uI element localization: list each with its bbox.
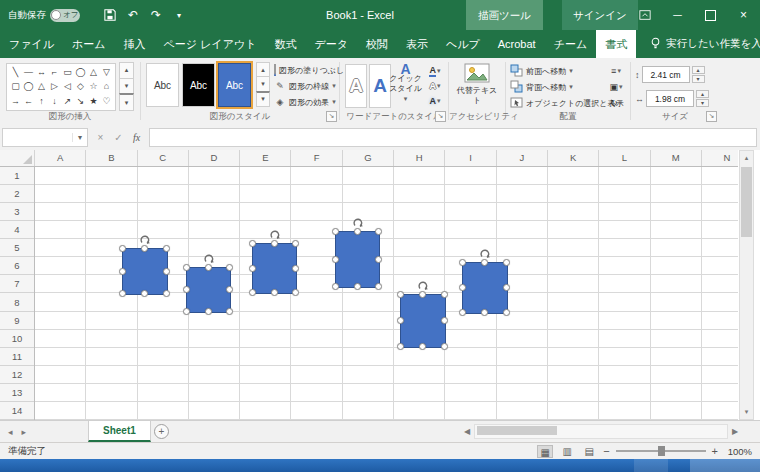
text-outline-button[interactable]: A ▾ [425,78,445,93]
selection-handle[interactable] [332,256,339,263]
shape-gallery-icon[interactable]: ▭ [62,66,73,79]
shape-gallery-icon[interactable]: ↗ [62,95,73,108]
rotate-handle-icon[interactable] [139,232,151,244]
shape-gallery-icon[interactable]: ◯ [75,66,86,79]
zoom-out-button[interactable]: − [603,445,609,457]
page-layout-view-button[interactable]: ▥ [559,445,575,458]
vertical-scrollbar-thumb[interactable] [741,167,752,237]
selection-handle[interactable] [249,240,256,247]
shape-gallery-icon[interactable]: ⌂ [101,80,112,93]
selection-handle[interactable] [332,283,339,290]
rectangle-shape-2[interactable] [186,267,231,313]
selection-handle[interactable] [205,264,212,271]
new-sheet-button[interactable]: + [154,424,169,439]
size-dialog-launcher-icon[interactable]: ↘ [706,111,717,122]
selection-handle[interactable] [459,259,466,266]
wordart-style-1[interactable]: A [345,64,367,108]
rotate-handle-icon[interactable] [269,227,281,239]
selection-handle[interactable] [419,343,426,350]
selection-handle[interactable] [354,228,361,235]
selection-handle[interactable] [271,240,278,247]
selection-handle[interactable] [163,268,170,275]
shape-gallery-icon[interactable]: → [10,95,21,108]
shape-gallery-icon[interactable]: ★ [88,95,99,108]
selection-handle[interactable] [183,308,190,315]
rotate-handle-icon[interactable] [417,278,429,290]
shape-styles-dialog-launcher-icon[interactable]: ↘ [326,111,337,122]
rotate-handle-icon[interactable] [479,246,491,258]
signin-button[interactable]: サインイン [562,0,638,30]
tab-data[interactable]: データ [305,30,357,58]
selection-handle[interactable] [292,289,299,296]
selection-handle[interactable] [375,283,382,290]
selection-handle[interactable] [503,259,510,266]
selection-handle[interactable] [119,290,126,297]
shape-gallery-icon[interactable]: ← [23,95,34,108]
selection-handle[interactable] [249,265,256,272]
shape-effects-button[interactable]: ◈ 図形の効果 ▾ [274,94,336,110]
autosave-pill[interactable]: オフ [50,9,80,22]
tab-view[interactable]: 表示 [397,30,437,58]
style-more-icon[interactable]: ▾ [256,91,270,107]
selection-handle[interactable] [183,286,190,293]
width-spin-up-icon[interactable]: ▴ [696,90,709,98]
selection-handle[interactable] [397,317,404,324]
hscroll-left-icon[interactable]: ◀ [460,427,474,436]
selection-handle[interactable] [205,308,212,315]
name-box[interactable]: ▾ [2,128,88,147]
sheet-tab-sheet1[interactable]: Sheet1 [88,421,151,442]
selection-handle[interactable] [271,289,278,296]
shape-gallery-icon[interactable]: ↔ [36,66,47,79]
align-button[interactable]: ≡ ▾ [605,63,627,79]
selection-handle[interactable] [503,284,510,291]
height-spin-down-icon[interactable]: ▾ [692,75,705,83]
maximize-button[interactable] [694,0,727,30]
shape-gallery-icon[interactable]: ↑ [36,95,47,108]
selection-handle[interactable] [503,309,510,316]
style-scroll-up-icon[interactable]: ▴ [256,62,270,77]
normal-view-button[interactable]: ▦ [537,445,553,458]
shape-style-thumbnail-2[interactable]: Abc [182,63,215,107]
wordart-style-2[interactable]: A [369,64,391,108]
tab-page-layout[interactable]: ページ レイアウト [155,30,266,58]
save-icon[interactable] [100,4,120,26]
selection-handle[interactable] [481,259,488,266]
shape-gallery-icon[interactable]: △ [88,66,99,79]
selection-handle[interactable] [397,291,404,298]
selection-handle[interactable] [226,308,233,315]
ribbon-display-options-icon[interactable] [628,0,661,30]
selection-handle[interactable] [441,317,448,324]
tab-help[interactable]: ヘルプ [437,30,489,58]
enter-icon[interactable]: ✓ [110,132,127,143]
selection-handle[interactable] [119,268,126,275]
sheet-nav-left-icon[interactable]: ◂ [8,427,13,437]
selection-handle[interactable] [141,290,148,297]
group-objects-button[interactable]: ▣ ▾ [605,79,627,95]
shape-gallery-icon[interactable]: — [23,66,34,79]
zoom-level[interactable]: 100% [724,446,752,457]
text-effects-button[interactable]: A ▾ [425,93,445,108]
width-spin-down-icon[interactable]: ▾ [696,99,709,107]
insert-function-icon[interactable]: fx [128,132,145,143]
selection-handle[interactable] [163,290,170,297]
close-button[interactable]: × [727,0,760,30]
tab-insert[interactable]: 挿入 [115,30,155,58]
page-break-view-button[interactable]: ▤ [581,445,597,458]
gallery-more-icon[interactable]: ▾ [119,93,134,111]
selection-handle[interactable] [141,245,148,252]
selection-handle[interactable] [375,228,382,235]
tab-formulas[interactable]: 数式 [265,30,305,58]
selection-handle[interactable] [419,291,426,298]
shape-gallery-icon[interactable]: ♡ [101,95,112,108]
rotate-objects-button[interactable]: ↻ ▾ [605,95,627,111]
tab-file[interactable]: ファイル [0,30,63,58]
shape-gallery-icon[interactable]: ▷ [49,80,60,93]
rectangle-shape-6[interactable] [462,262,508,314]
gallery-scroll-up-icon[interactable]: ▴ [119,62,134,79]
qat-customize-icon[interactable]: ▾ [169,4,189,26]
shape-gallery-icon[interactable]: ◯ [23,80,34,93]
shape-gallery-icon[interactable]: ╲ [10,66,21,79]
selection-handle[interactable] [226,286,233,293]
cancel-icon[interactable]: × [92,132,109,143]
shape-gallery-icon[interactable]: ↘ [75,95,86,108]
